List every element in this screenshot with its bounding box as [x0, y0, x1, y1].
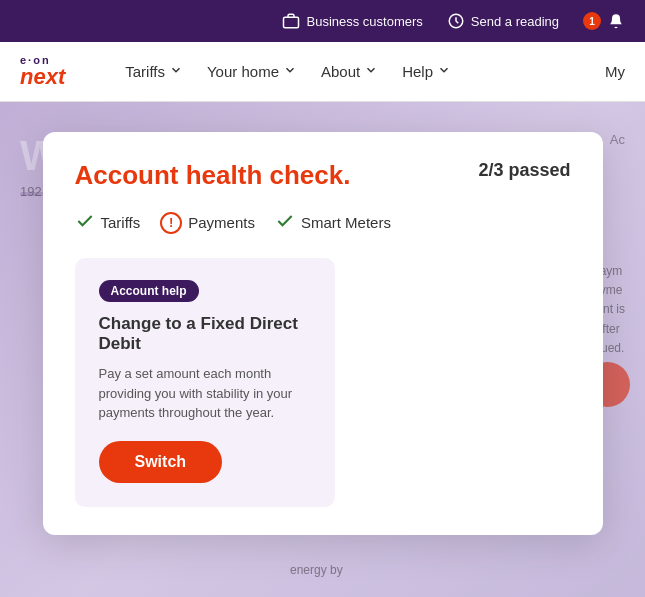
your-home-chevron-icon	[283, 63, 297, 80]
modal-overlay: Account health check. 2/3 passed Tariffs…	[0, 102, 645, 597]
switch-button[interactable]: Switch	[99, 441, 223, 483]
check-smart-meters-label: Smart Meters	[301, 214, 391, 231]
send-reading-label: Send a reading	[471, 14, 559, 29]
nav-tariffs[interactable]: Tariffs	[115, 55, 193, 88]
smart-meters-check-icon	[275, 211, 295, 234]
your-home-label: Your home	[207, 63, 279, 80]
card-tag: Account help	[99, 280, 199, 302]
main-nav: Tariffs Your home About Help	[115, 55, 461, 88]
check-tariffs-label: Tariffs	[101, 214, 141, 231]
meter-icon	[447, 12, 465, 30]
tariffs-chevron-icon	[169, 63, 183, 80]
help-label: Help	[402, 63, 433, 80]
passed-badge: 2/3 passed	[478, 160, 570, 181]
card-title: Change to a Fixed Direct Debit	[99, 314, 311, 354]
tariffs-check-icon	[75, 211, 95, 234]
tariffs-label: Tariffs	[125, 63, 165, 80]
about-chevron-icon	[364, 63, 378, 80]
svg-rect-0	[284, 17, 299, 28]
top-bar: Business customers Send a reading 1	[0, 0, 645, 42]
bell-icon	[607, 12, 625, 30]
nav-my[interactable]: My	[605, 63, 625, 80]
business-customers-label: Business customers	[306, 14, 422, 29]
account-help-card: Account help Change to a Fixed Direct De…	[75, 258, 335, 507]
about-label: About	[321, 63, 360, 80]
modal-header: Account health check. 2/3 passed	[75, 160, 571, 191]
card-description: Pay a set amount each month providing yo…	[99, 364, 311, 423]
checks-row: Tariffs ! Payments Smart Meters	[75, 211, 571, 234]
send-reading-link[interactable]: Send a reading	[447, 12, 559, 30]
check-tariffs: Tariffs	[75, 211, 141, 234]
business-customers-link[interactable]: Business customers	[282, 12, 422, 30]
check-payments: ! Payments	[160, 212, 255, 234]
modal-title: Account health check.	[75, 160, 351, 191]
briefcase-icon	[282, 12, 300, 30]
check-smart-meters: Smart Meters	[275, 211, 391, 234]
notification-bell[interactable]: 1	[583, 12, 625, 30]
help-chevron-icon	[437, 63, 451, 80]
health-check-modal: Account health check. 2/3 passed Tariffs…	[43, 132, 603, 535]
check-payments-label: Payments	[188, 214, 255, 231]
my-label: My	[605, 63, 625, 80]
eon-next-logo[interactable]: e·on next	[20, 55, 65, 88]
nav-about[interactable]: About	[311, 55, 388, 88]
nav-your-home[interactable]: Your home	[197, 55, 307, 88]
logo-next-text: next	[20, 66, 65, 88]
notification-count: 1	[583, 12, 601, 30]
nav-bar: e·on next Tariffs Your home About Help	[0, 42, 645, 102]
nav-help[interactable]: Help	[392, 55, 461, 88]
payments-warning-icon: !	[160, 212, 182, 234]
